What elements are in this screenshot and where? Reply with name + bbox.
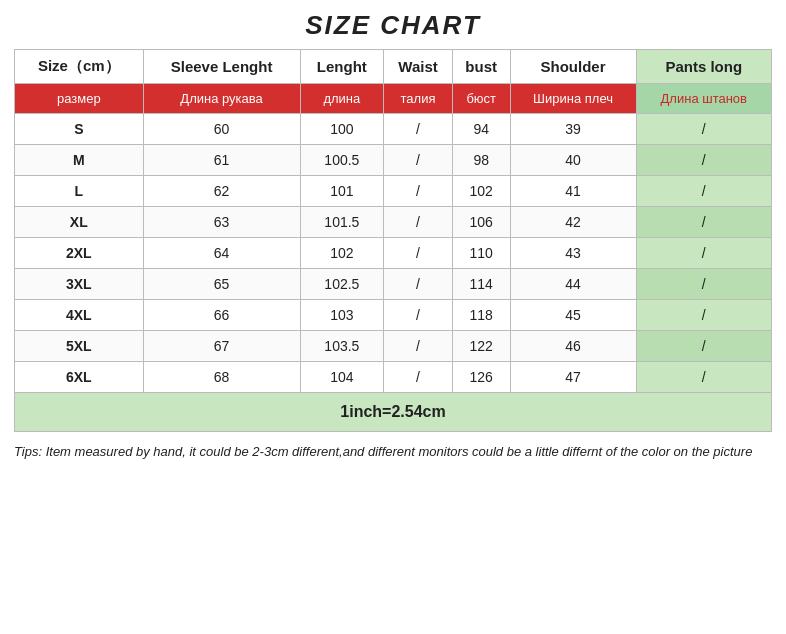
table-row: XL63101.5/10642/: [15, 207, 772, 238]
table-row: 6XL68104/12647/: [15, 362, 772, 393]
table-row: L62101/10241/: [15, 176, 772, 207]
table-row: S60100/9439/: [15, 114, 772, 145]
table-row: 4XL66103/11845/: [15, 300, 772, 331]
page-title: SIZE CHART: [14, 10, 772, 41]
footer-text: 1inch=2.54cm: [15, 393, 772, 432]
footer-row: 1inch=2.54cm: [15, 393, 772, 432]
header-row: Size（cm）Sleeve LenghtLenghtWaistbustShou…: [15, 50, 772, 84]
table-row: 2XL64102/11043/: [15, 238, 772, 269]
table-row: 5XL67103.5/12246/: [15, 331, 772, 362]
size-chart-table: Size（cm）Sleeve LenghtLenghtWaistbustShou…: [14, 49, 772, 432]
table-row: 3XL65102.5/11444/: [15, 269, 772, 300]
header-ru-row: размерДлина рукавадлинаталиябюстШирина п…: [15, 84, 772, 114]
table-row: M61100.5/9840/: [15, 145, 772, 176]
tips-text: Tips: Item measured by hand, it could be…: [14, 442, 772, 463]
